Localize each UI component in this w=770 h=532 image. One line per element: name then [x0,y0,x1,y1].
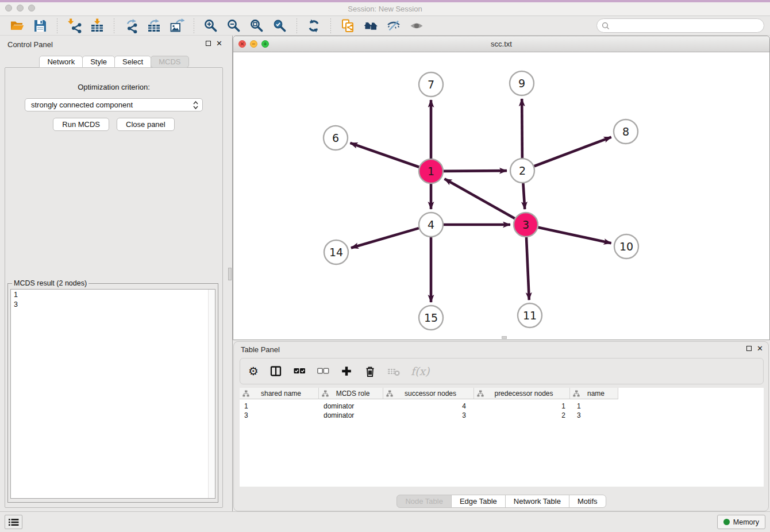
tab-select[interactable]: Select [114,56,151,68]
zoom-out-icon [226,18,241,33]
memory-button[interactable]: Memory [717,515,765,529]
column-header-shared-name[interactable]: shared name [240,388,319,399]
float-table-panel-icon[interactable] [746,346,752,351]
close-table-panel-icon[interactable]: ✕ [757,345,763,352]
svg-text:8: 8 [622,125,629,138]
network-resize-knob[interactable] [502,336,507,339]
delete-table-button [387,364,400,379]
deselect-all-rows-button[interactable] [317,364,329,379]
zoom-out-button[interactable] [225,18,242,34]
zoom-fit-button[interactable] [248,18,265,34]
table-panel: Table Panel ✕ ⚙f(x) shared nameMCDS role… [233,341,769,511]
open-session-button[interactable] [9,18,26,34]
tab-network-table[interactable]: Network Table [505,495,569,508]
close-panel-button[interactable]: Close panel [117,118,175,131]
graph-node-15[interactable]: 15 [419,306,443,330]
memory-status-icon [723,519,730,525]
eye-slash-icon [386,18,401,33]
memory-label: Memory [733,518,759,526]
table-options-button[interactable]: ⚙ [248,364,259,379]
tab-motifs[interactable]: Motifs [569,495,606,508]
export-image-button[interactable] [168,18,186,34]
tab-network[interactable]: Network [39,56,83,68]
search-box[interactable] [596,18,764,33]
save-session-button[interactable] [32,18,49,34]
graph-node-7[interactable]: 7 [419,72,443,97]
app-title: Session: New Session [0,5,770,13]
show-columns-button[interactable] [270,364,282,379]
search-input[interactable] [610,20,764,32]
attribute-tree-icon [322,390,329,397]
open-folder-icon [10,18,25,33]
column-header-MCDS-role[interactable]: MCDS role [319,388,383,399]
fx-icon: f(x) [411,366,430,377]
graph-node-2[interactable]: 2 [510,159,534,183]
add-column-button[interactable] [340,364,353,379]
export-table-button[interactable] [145,18,163,34]
cell-shared-name: 3 [240,411,319,420]
graph-node-8[interactable]: 8 [614,119,638,144]
graph-node-11[interactable]: 11 [518,303,542,327]
cell-name: 3 [570,411,618,420]
deselect-all-icon [317,365,329,377]
graph-node-3[interactable]: 3 [514,213,538,237]
graph-edge-3-1[interactable] [445,179,515,218]
graph-node-4[interactable]: 4 [419,213,443,237]
graph-edge-1-6[interactable] [350,143,419,167]
column-header-predecessor-nodes[interactable]: predecessor nodes [474,388,570,399]
gear-icon: ⚙ [248,365,259,377]
ndex-docs-icon [340,18,355,33]
import-table-button[interactable] [88,18,106,34]
zoom-selected-button[interactable] [271,18,288,34]
svg-text:11: 11 [523,309,537,322]
column-header-name[interactable]: name [570,388,618,399]
graph-node-10[interactable]: 10 [614,234,638,259]
export-table-icon [147,18,161,33]
table-row[interactable]: 1dominator411 [240,402,764,411]
zoom-in-icon [203,18,218,33]
graph-edge-2-3[interactable] [523,183,525,209]
float-panel-icon[interactable] [206,41,211,46]
select-all-rows-button[interactable] [293,364,306,379]
task-history-button[interactable] [5,515,22,529]
graph-node-1[interactable]: 1 [419,159,443,183]
network-home-button[interactable] [362,18,379,34]
svg-text:1: 1 [428,165,434,178]
apply-layout-button[interactable] [305,18,322,34]
graph-edge-3-11[interactable] [526,237,529,300]
column-header-successor-nodes[interactable]: successor nodes [383,388,474,399]
graph-node-9[interactable]: 9 [510,71,534,95]
close-panel-icon[interactable]: ✕ [216,40,222,47]
mcds-result-text[interactable]: 1 3 [10,289,215,499]
table-toolbar: ⚙f(x) [240,358,764,384]
graph-node-14[interactable]: 14 [324,240,348,264]
delete-column-button[interactable] [364,364,376,379]
task-list-icon [9,518,19,526]
import-network-button[interactable] [66,18,83,34]
export-network-button[interactable] [122,18,140,34]
graph-edge-4-14[interactable] [351,228,419,248]
table-row[interactable]: 3dominator323 [240,411,764,420]
mcds-result-scrollbar[interactable] [208,290,215,498]
panel-divider-grip[interactable] [228,268,232,280]
tab-node-table[interactable]: Node Table [396,495,452,508]
tab-style[interactable]: Style [82,56,115,68]
graph-edge-2-8[interactable] [534,137,611,167]
table-panel-controls: ✕ [746,345,763,352]
graph-edge-2-9[interactable] [522,99,522,158]
graph-edge-1-2[interactable] [444,171,507,171]
show-panel-button[interactable] [408,18,425,34]
network-graph: 7968124314101511 [233,52,769,340]
run-mcds-button[interactable]: Run MCDS [53,118,109,131]
main-toolbar [0,16,770,36]
tab-edge-table[interactable]: Edge Table [451,495,506,508]
tab-mcds[interactable]: MCDS [151,56,188,68]
import-from-ndex-button[interactable] [339,18,356,34]
graph-edge-3-10[interactable] [538,228,611,244]
zoom-in-button[interactable] [202,18,220,34]
optimization-criterion-select[interactable]: strongly connected component [25,98,203,111]
graph-node-6[interactable]: 6 [324,126,348,150]
network-canvas[interactable]: 7968124314101511 [233,52,769,340]
save-icon [33,18,48,33]
hide-panel-button[interactable] [385,18,402,34]
